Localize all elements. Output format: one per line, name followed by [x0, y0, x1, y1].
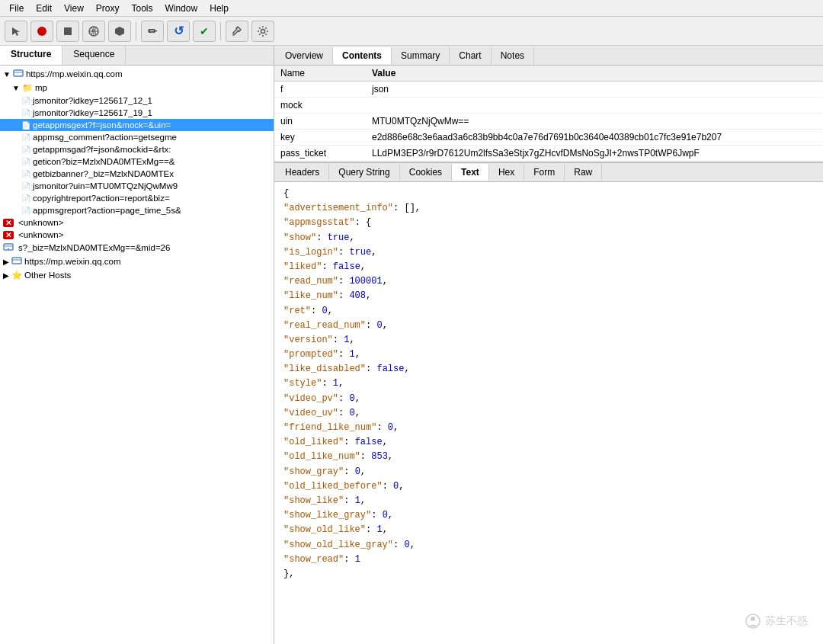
tab-form[interactable]: Form [524, 164, 565, 181]
http-icon [3, 242, 14, 253]
tools-button[interactable] [226, 21, 248, 42]
block-button[interactable] [108, 21, 131, 42]
tab-contents[interactable]: Contents [333, 47, 392, 64]
doc-icon: 📄 [21, 97, 30, 105]
json-line: "old_liked": false, [283, 435, 814, 450]
host-icon [13, 69, 24, 79]
menu-window[interactable]: Window [159, 2, 204, 15]
error-icon: ✕ [3, 231, 14, 239]
nv-name-key: key [274, 130, 366, 146]
tree-item-label: copyrightreport?action=report&biz= [33, 194, 170, 203]
refresh-button[interactable]: ↺ [167, 21, 190, 42]
tree-area[interactable]: ▼ https://mp.weixin.qq.com ▼ 📁 mp 📄 jsmo… [0, 66, 274, 644]
tab-raw[interactable]: Raw [565, 164, 602, 181]
json-line: "like_disabled": false, [283, 362, 814, 376]
nv-row-key: key e2d886e68c3e6aad3a6c83b9bb4c0a7e76d7… [274, 130, 823, 146]
tree-item-unknown1[interactable]: ✕ <unknown> [0, 216, 274, 229]
tree-item-label: getappmsgad?f=json&mockid=&rtx: [33, 145, 171, 154]
menu-edit[interactable]: Edit [30, 2, 58, 15]
tab-cookies[interactable]: Cookies [400, 164, 452, 181]
tab-text[interactable]: Text [452, 164, 489, 181]
nv-name-mock: mock [274, 98, 366, 114]
tree-item-root2[interactable]: ▶ https://mp.weixin.qq.com [0, 255, 274, 268]
bottom-tabs: Headers Query String Cookies Text Hex Fo… [274, 162, 823, 182]
json-line: "like_num": 408, [283, 289, 814, 303]
tree-item-label: s?_biz=MzlxNDA0MTExMg==&mid=26 [18, 243, 170, 252]
tree-item-geticon[interactable]: 📄 geticon?biz=MzlxNDA0MTExMg==& [0, 155, 274, 168]
tree-item-label: jsmonitor?idkey=125617_19_1 [33, 108, 152, 117]
json-line: "liked": false, [283, 260, 814, 274]
nv-name-f: f [274, 82, 366, 98]
json-line: "show_read": 1 [283, 553, 814, 567]
menu-view[interactable]: View [58, 2, 90, 15]
tree-item-label: https://mp.weixin.qq.com [26, 69, 123, 78]
doc-icon: 📄 [21, 158, 30, 166]
toolbar: ✏ ↺ ✔ [0, 17, 823, 46]
doc-icon: 📄 [21, 207, 30, 215]
nv-name-uin: uin [274, 114, 366, 130]
stop-button[interactable] [56, 21, 79, 42]
arrow-down-icon: ▼ [3, 70, 11, 78]
json-line: "prompted": 1, [283, 348, 814, 362]
tab-chart[interactable]: Chart [450, 47, 491, 64]
col-name-header: Name [274, 66, 366, 82]
tree-item-s-biz[interactable]: s?_biz=MzlxNDA0MTExMg==&mid=26 [0, 241, 274, 255]
pointer-button[interactable] [5, 21, 27, 42]
tree-item-jsmonitor2[interactable]: 📄 jsmonitor?idkey=125617_19_1 [0, 107, 274, 119]
tree-item-copyrightreport[interactable]: 📄 copyrightreport?action=report&biz= [0, 192, 274, 204]
menu-tools[interactable]: Tools [126, 2, 159, 15]
json-line: "is_login": true, [283, 245, 814, 260]
tab-headers[interactable]: Headers [276, 164, 329, 181]
nv-row-f: f json [274, 82, 823, 98]
tab-hex[interactable]: Hex [489, 164, 524, 181]
nv-value-uin: MTU0MTQzNjQwMw== [366, 114, 823, 130]
record-button[interactable] [30, 21, 53, 42]
tab-sequence[interactable]: Sequence [62, 46, 126, 65]
nv-name-pass-ticket: pass_ticket [274, 146, 366, 162]
edit-button[interactable]: ✏ [141, 21, 164, 42]
tree-item-label: <unknown> [18, 230, 63, 239]
tree-item-label: getbizbanner?_biz=MzlxNDA0MTEx [33, 169, 174, 178]
tab-structure[interactable]: Structure [0, 46, 62, 65]
svg-marker-6 [115, 27, 124, 36]
tab-summary[interactable]: Summary [392, 47, 450, 64]
doc-icon: 📄 [21, 133, 30, 142]
tab-query-string[interactable]: Query String [329, 164, 399, 181]
doc-icon: 📄 [21, 146, 30, 154]
tree-item-jsmonitor3[interactable]: 📄 jsmonitor?uin=MTU0MTQzNjQwMw9 [0, 180, 274, 192]
json-line: "show_gray": 0, [283, 465, 814, 479]
menu-proxy[interactable]: Proxy [90, 2, 126, 15]
nv-value-pass-ticket: LLdPM3EP3/r9rD7612Um2lfsSa3eStjx7gZHcvfD… [366, 146, 823, 162]
tree-item-root1[interactable]: ▼ https://mp.weixin.qq.com [0, 67, 274, 81]
tree-item-getappmsgext[interactable]: 📄 getappmsgext?f=json&mock=&uin= [0, 119, 274, 131]
tree-item-getappmsgad[interactable]: 📄 getappmsgad?f=json&mockid=&rtx: [0, 143, 274, 155]
left-panel: Structure Sequence ▼ https://mp.weixin.q… [0, 46, 274, 644]
tab-overview[interactable]: Overview [276, 47, 333, 64]
menu-file[interactable]: File [3, 2, 30, 15]
svg-point-1 [37, 27, 46, 36]
tree-item-unknown2[interactable]: ✕ <unknown> [0, 229, 274, 241]
browse-button[interactable] [82, 21, 105, 42]
menu-help[interactable]: Help [203, 2, 235, 15]
accept-button[interactable]: ✔ [193, 21, 216, 42]
tree-item-label: Other Hosts [24, 271, 71, 280]
tree-item-appmsgreport[interactable]: 📄 appmsgreport?action=page_time_5s& [0, 204, 274, 216]
json-line: "real_read_num": 0, [283, 319, 814, 333]
svg-rect-2 [64, 27, 72, 35]
settings-button[interactable] [251, 21, 274, 42]
tree-item-other-hosts[interactable]: ▶ ⭐ Other Hosts [0, 268, 274, 282]
tree-item-jsmonitor1[interactable]: 📄 jsmonitor?idkey=125617_12_1 [0, 95, 274, 107]
tree-item-appmsg-comment[interactable]: 📄 appmsg_comment?action=getsegme [0, 131, 274, 143]
json-line: "show": true, [283, 231, 814, 245]
tree-item-getbizbanner[interactable]: 📄 getbizbanner?_biz=MzlxNDA0MTEx [0, 168, 274, 180]
json-line: }, [283, 567, 814, 582]
tree-item-label: https://mp.weixin.qq.com [24, 257, 121, 266]
nv-value-f: json [366, 82, 823, 98]
toolbar-separator-2 [220, 22, 221, 40]
doc-icon: 📄 [21, 121, 30, 130]
tab-notes[interactable]: Notes [492, 47, 534, 64]
tree-item-mp[interactable]: ▼ 📁 mp [0, 81, 274, 95]
json-line: "show_like_gray": 0, [283, 508, 814, 523]
json-line: "show_old_like_gray": 0, [283, 538, 814, 553]
json-content-area[interactable]: { "advertisement_info": [], "appmsgsstat… [274, 182, 823, 644]
